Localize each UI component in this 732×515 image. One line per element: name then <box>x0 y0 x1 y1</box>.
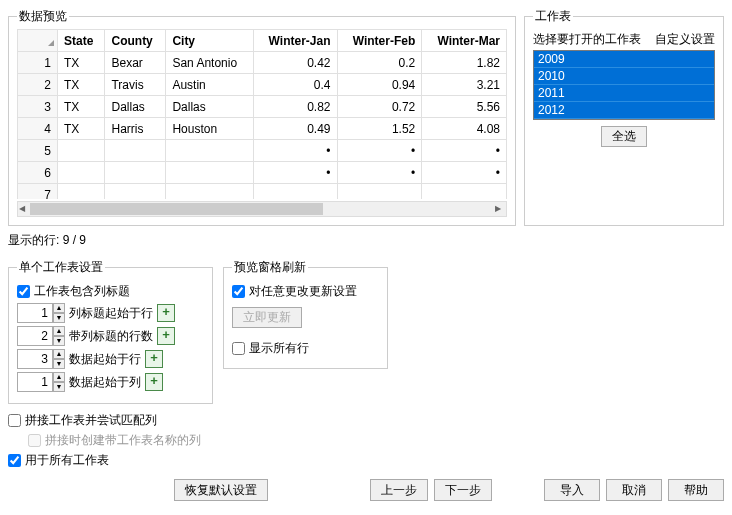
table-row[interactable]: 3TXDallasDallas0.820.725.56 <box>18 96 507 118</box>
spin-up-icon[interactable]: ▲ <box>53 349 65 359</box>
sheet-item[interactable]: 2010 <box>534 68 714 85</box>
horizontal-scrollbar[interactable]: ◀ ▶ <box>17 201 507 217</box>
table-row[interactable]: 2TXTravisAustin0.40.943.21 <box>18 74 507 96</box>
scroll-right-icon[interactable]: ▶ <box>495 204 505 214</box>
data-preview-legend: 数据预览 <box>17 8 69 25</box>
sheet-list[interactable]: 2009201020112012 <box>533 50 715 120</box>
table-row[interactable]: 1TXBexarSan Antonio0.420.21.82 <box>18 52 507 74</box>
help-button[interactable]: 帮助 <box>668 479 724 501</box>
spin-up-icon[interactable]: ▲ <box>53 372 65 382</box>
select-all-button[interactable]: 全选 <box>601 126 647 147</box>
sheet-item[interactable]: 2009 <box>534 51 714 68</box>
sheet-item[interactable]: 2012 <box>534 102 714 119</box>
row-number: 6 <box>18 162 58 184</box>
spin-up-icon[interactable]: ▲ <box>53 303 65 313</box>
plus-icon[interactable]: + <box>157 304 175 322</box>
custom-settings-label: 自定义设置 <box>655 31 715 48</box>
cell-state: TX <box>58 52 105 74</box>
refresh-on-change-label: 对任意更改更新设置 <box>249 283 357 300</box>
has-headers-checkbox[interactable] <box>17 285 30 298</box>
plus-icon[interactable]: + <box>145 373 163 391</box>
col-state: State <box>58 30 105 52</box>
row-number: 7 <box>18 184 58 200</box>
refresh-on-change-checkbox[interactable] <box>232 285 245 298</box>
col-city: City <box>166 30 253 52</box>
show-all-rows-checkbox[interactable] <box>232 342 245 355</box>
apply-all-sheets-checkbox[interactable] <box>8 454 21 467</box>
worksheets-group: 工作表 选择要打开的工作表 自定义设置 2009201020112012 全选 <box>524 8 724 226</box>
header-rows-count-input[interactable] <box>17 326 53 346</box>
apply-all-sheets-label: 用于所有工作表 <box>25 452 109 469</box>
header-start-row-label: 列标题起始于行 <box>69 305 153 322</box>
spin-down-icon[interactable]: ▼ <box>53 359 65 369</box>
single-sheet-settings-group: 单个工作表设置 工作表包含列标题 ▲▼ 列标题起始于行 + ▲▼ 带列标题的行数… <box>8 259 213 404</box>
cell-feb: 0.2 <box>337 52 422 74</box>
concat-sheets-checkbox[interactable] <box>8 414 21 427</box>
row-number: 2 <box>18 74 58 96</box>
cancel-button[interactable]: 取消 <box>606 479 662 501</box>
cell-feb <box>337 184 422 200</box>
cell-state <box>58 162 105 184</box>
cell-state <box>58 140 105 162</box>
select-sheets-label: 选择要打开的工作表 <box>533 31 641 48</box>
prev-button[interactable]: 上一步 <box>370 479 428 501</box>
cell-jan: 0.4 <box>253 74 337 96</box>
cell-feb: • <box>337 162 422 184</box>
spin-down-icon[interactable]: ▼ <box>53 313 65 323</box>
preview-table-wrap[interactable]: State County City Winter-Jan Winter-Feb … <box>17 29 507 199</box>
table-row[interactable]: 4TXHarrisHouston0.491.524.08 <box>18 118 507 140</box>
spin-up-icon[interactable]: ▲ <box>53 326 65 336</box>
data-start-col-label: 数据起始于列 <box>69 374 141 391</box>
table-row[interactable]: 7 <box>18 184 507 200</box>
import-button[interactable]: 导入 <box>544 479 600 501</box>
row-number: 1 <box>18 52 58 74</box>
data-start-row-label: 数据起始于行 <box>69 351 141 368</box>
header-start-row-input[interactable] <box>17 303 53 323</box>
cell-jan: • <box>253 162 337 184</box>
restore-defaults-button[interactable]: 恢复默认设置 <box>174 479 268 501</box>
cell-city <box>166 184 253 200</box>
cell-feb: • <box>337 140 422 162</box>
has-headers-label: 工作表包含列标题 <box>34 283 130 300</box>
preview-table: State County City Winter-Jan Winter-Feb … <box>17 29 507 199</box>
cell-mar <box>422 184 507 200</box>
cell-jan: 0.49 <box>253 118 337 140</box>
table-row[interactable]: 5••• <box>18 140 507 162</box>
scroll-left-icon[interactable]: ◀ <box>19 204 29 214</box>
cell-mar: 3.21 <box>422 74 507 96</box>
cell-state: TX <box>58 118 105 140</box>
create-sheet-name-col-label: 拼接时创建带工作表名称的列 <box>45 432 201 449</box>
col-winter-feb: Winter-Feb <box>337 30 422 52</box>
spin-down-icon[interactable]: ▼ <box>53 336 65 346</box>
table-corner <box>18 30 58 52</box>
cell-state: TX <box>58 96 105 118</box>
cell-county <box>105 162 166 184</box>
plus-icon[interactable]: + <box>157 327 175 345</box>
cell-mar: 1.82 <box>422 52 507 74</box>
cell-jan: 0.82 <box>253 96 337 118</box>
data-start-row-input[interactable] <box>17 349 53 369</box>
cell-mar: 5.56 <box>422 96 507 118</box>
table-row[interactable]: 6••• <box>18 162 507 184</box>
header-rows-count-label: 带列标题的行数 <box>69 328 153 345</box>
create-sheet-name-col-checkbox <box>28 434 41 447</box>
row-number: 5 <box>18 140 58 162</box>
row-number: 3 <box>18 96 58 118</box>
cell-state: TX <box>58 74 105 96</box>
single-sheet-legend: 单个工作表设置 <box>17 259 105 276</box>
cell-city: Houston <box>166 118 253 140</box>
data-start-col-input[interactable] <box>17 372 53 392</box>
worksheets-legend: 工作表 <box>533 8 573 25</box>
scroll-thumb[interactable] <box>30 203 323 215</box>
cell-county <box>105 140 166 162</box>
next-button[interactable]: 下一步 <box>434 479 492 501</box>
cell-feb: 1.52 <box>337 118 422 140</box>
sheet-item[interactable]: 2011 <box>534 85 714 102</box>
cell-feb: 0.72 <box>337 96 422 118</box>
spin-down-icon[interactable]: ▼ <box>53 382 65 392</box>
cell-county <box>105 184 166 200</box>
plus-icon[interactable]: + <box>145 350 163 368</box>
cell-jan <box>253 184 337 200</box>
refresh-now-button[interactable]: 立即更新 <box>232 307 302 328</box>
cell-county: Dallas <box>105 96 166 118</box>
